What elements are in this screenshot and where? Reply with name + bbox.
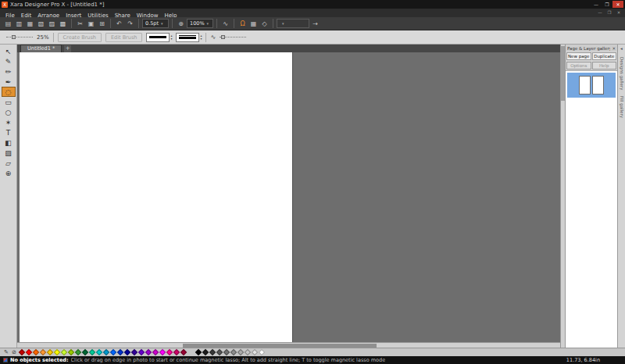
gray-swatch-8[interactable]: [251, 349, 257, 355]
color-swatch-1[interactable]: [25, 349, 31, 355]
color-swatch-22[interactable]: [173, 349, 179, 355]
new-document-icon[interactable]: ▤: [3, 19, 13, 29]
gray-swatch-4[interactable]: [223, 349, 229, 355]
cut-icon[interactable]: ✂: [75, 19, 85, 29]
paste-icon[interactable]: ⊞: [97, 19, 107, 29]
spinner-down-icon[interactable]: ▾: [200, 37, 202, 41]
color-swatch-13[interactable]: [109, 349, 116, 355]
line-style-select[interactable]: ▴ ▾: [146, 33, 172, 42]
color-swatch-17[interactable]: [138, 349, 144, 355]
gray-swatch-3[interactable]: [216, 349, 222, 355]
save-icon[interactable]: ▦: [25, 19, 35, 29]
color-swatch-9[interactable]: [81, 349, 88, 355]
duplicate-page-button[interactable]: Duplicate: [592, 52, 617, 60]
line-cap-select[interactable]: ▴ ▾: [176, 33, 202, 42]
open-document-icon[interactable]: ▥: [14, 19, 24, 29]
apply-arrow-icon[interactable]: →: [310, 19, 320, 29]
color-swatch-12[interactable]: [102, 349, 109, 355]
export-icon[interactable]: ▨: [47, 19, 57, 29]
snap-to-grid-icon[interactable]: ▦: [248, 19, 259, 29]
color-swatch-6[interactable]: [60, 349, 66, 355]
page-thumbnail-item-selected[interactable]: [567, 73, 616, 98]
color-swatch-19[interactable]: [152, 349, 158, 355]
fill-tool[interactable]: ◧: [2, 137, 16, 148]
gray-swatch-1[interactable]: [202, 349, 208, 355]
create-brush-button[interactable]: Create Brush: [58, 33, 102, 42]
color-swatch-16[interactable]: [130, 349, 137, 355]
no-color-swatch[interactable]: ⊘: [10, 349, 18, 355]
ellipse-tool[interactable]: ○: [2, 107, 16, 117]
feather-slider-thumb[interactable]: [221, 35, 225, 39]
side-tab-designs-gallery[interactable]: Designs gallery: [620, 57, 624, 90]
photo-magnetic-lasso-tool[interactable]: ◌: [2, 87, 16, 97]
selector-tool[interactable]: ↖: [2, 46, 16, 56]
color-swatch-23[interactable]: [180, 349, 186, 355]
smoothing-slider-thumb[interactable]: [12, 35, 16, 39]
smoothing-curve-icon[interactable]: ∿: [220, 19, 230, 29]
stroke-profile-select[interactable]: ▾: [277, 19, 309, 28]
freehand-brush-tool[interactable]: ✎: [2, 56, 16, 66]
color-swatch-15[interactable]: [123, 349, 130, 355]
edit-brush-button[interactable]: Edit Brush: [105, 33, 142, 42]
tab-untitled1[interactable]: Untitled1 *: [20, 45, 62, 52]
new-tab-button[interactable]: +: [64, 45, 71, 52]
spinner-down-icon[interactable]: ▾: [170, 37, 172, 41]
magnet-snap-icon[interactable]: Ω: [238, 19, 248, 29]
gray-swatch-5[interactable]: [230, 349, 236, 355]
feather-slider[interactable]: [220, 37, 246, 37]
print-icon[interactable]: ▩: [58, 19, 68, 29]
color-swatch-11[interactable]: [95, 349, 102, 355]
horizontal-scrollbar[interactable]: [17, 342, 560, 348]
edit-color-icon[interactable]: ✎: [2, 349, 10, 355]
color-swatch-5[interactable]: [53, 349, 59, 355]
gray-swatch-2[interactable]: [209, 349, 215, 355]
zoom-tool[interactable]: ⊕: [2, 168, 16, 178]
color-swatch-18[interactable]: [145, 349, 151, 355]
maximize-button[interactable]: ❐: [602, 1, 612, 8]
rectangle-tool[interactable]: ▭: [2, 97, 16, 107]
doc-minimize-button[interactable]: —: [595, 9, 605, 17]
zoom-in-icon[interactable]: ⊕: [176, 19, 186, 29]
undo-icon[interactable]: ↶: [114, 19, 124, 29]
color-swatch-8[interactable]: [74, 349, 80, 355]
snap-to-objects-icon[interactable]: ◇: [259, 19, 270, 29]
line-style-spinner[interactable]: ▴ ▾: [170, 34, 172, 40]
document-page[interactable]: [20, 52, 293, 342]
doc-restore-button[interactable]: ❐: [605, 9, 614, 17]
gray-swatch-0[interactable]: [195, 349, 201, 355]
new-page-button[interactable]: New page: [566, 52, 591, 60]
quickshape-tool[interactable]: ✶: [2, 117, 16, 127]
gray-swatch-6[interactable]: [237, 349, 243, 355]
color-swatch-0[interactable]: [18, 349, 24, 355]
shape-editor-tool[interactable]: ✏: [2, 66, 16, 77]
gray-swatch-9[interactable]: [258, 349, 264, 355]
text-tool[interactable]: T: [2, 127, 16, 137]
redo-icon[interactable]: ↷: [125, 19, 135, 29]
color-swatch-14[interactable]: [116, 349, 123, 355]
color-swatch-21[interactable]: [166, 349, 172, 355]
color-swatch-10[interactable]: [88, 349, 95, 355]
color-swatch-2[interactable]: [32, 349, 38, 355]
transparency-tool[interactable]: ▨: [2, 148, 16, 158]
line-cap-spinner[interactable]: ▴ ▾: [200, 34, 202, 40]
color-swatch-7[interactable]: [67, 349, 73, 355]
shadow-tool[interactable]: ▱: [2, 158, 16, 168]
minimize-button[interactable]: —: [591, 1, 602, 8]
line-width-select[interactable]: 0.5pt▾: [142, 19, 169, 28]
zoom-level-select[interactable]: 100%▾: [187, 19, 213, 28]
import-icon[interactable]: ▧: [36, 19, 46, 29]
gray-swatch-7[interactable]: [244, 349, 250, 355]
side-tab-fill-gallery[interactable]: Fill gallery: [620, 96, 624, 118]
close-button[interactable]: ✕: [612, 1, 623, 8]
color-swatch-20[interactable]: [159, 349, 165, 355]
doc-close-button[interactable]: ✕: [614, 9, 623, 17]
color-swatch-3[interactable]: [39, 349, 45, 355]
pen-tool[interactable]: ✒: [2, 77, 16, 87]
gallery-options-button[interactable]: Options: [566, 62, 591, 70]
gallery-help-button[interactable]: Help: [592, 62, 617, 70]
canvas-area[interactable]: [17, 52, 560, 342]
color-swatch-4[interactable]: [46, 349, 52, 355]
smoothing-slider[interactable]: [6, 37, 33, 37]
gallery-close-icon[interactable]: ✕: [610, 46, 616, 51]
copy-icon[interactable]: ▣: [86, 19, 96, 29]
